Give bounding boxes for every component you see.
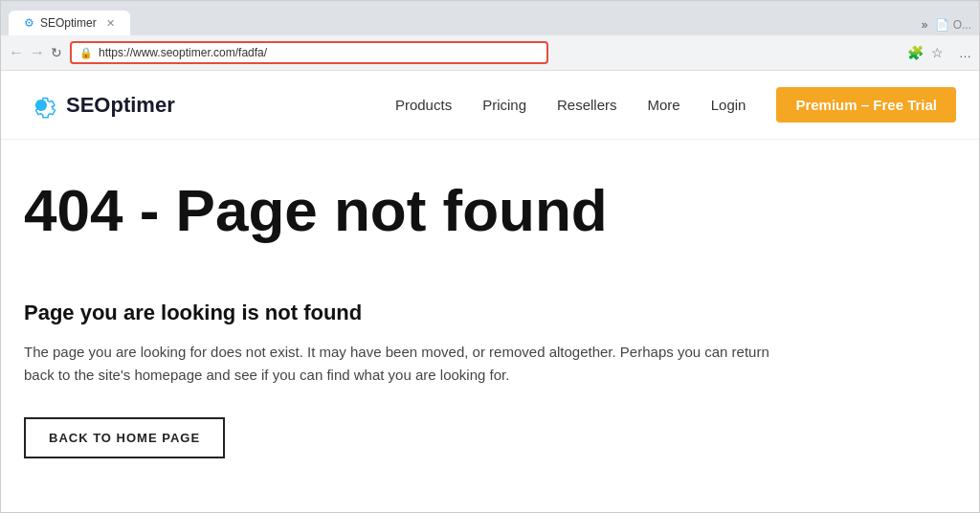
tab-close[interactable]: ✕ [106,17,115,30]
login-button[interactable]: Login [696,89,762,121]
forward-button[interactable]: → [30,44,45,61]
browser-tab-bar: ⚙ SEOptimer ✕ » 📄 O... [1,1,979,35]
not-found-description: The page you are looking for does not ex… [24,341,770,387]
error-page-content: 404 - Page not found Page you are lookin… [1,140,939,497]
url-text: https://www.seoptimer.com/fadfa/ [99,46,267,59]
back-to-home-button[interactable]: BACK TO HOME PAGE [24,417,225,458]
nav-link-resellers[interactable]: Resellers [542,89,633,121]
bookmark-star-icon[interactable]: ☆ [931,45,944,60]
not-found-subheading: Page you are looking is not found [24,301,916,325]
back-button[interactable]: ← [9,44,24,61]
nav-item-resellers[interactable]: Resellers [542,89,633,121]
site-navbar: SEOptimer Products Pricing Resellers Mor… [1,71,979,140]
nav-item-more[interactable]: More [633,89,696,121]
nav-item-products[interactable]: Products [380,89,467,121]
site-logo[interactable]: SEOptimer [24,88,175,123]
logo-text: SEOptimer [66,93,175,118]
nav-link-pricing[interactable]: Pricing [467,89,542,121]
nav-link-products[interactable]: Products [380,89,467,121]
nav-links-list: Products Pricing Resellers More Login Pr… [380,87,956,123]
premium-trial-button[interactable]: Premium – Free Trial [776,87,956,123]
browser-address-bar-row: ← → ↻ 🔒 https://www.seoptimer.com/fadfa/… [1,35,979,71]
profile-icon[interactable]: … [959,46,971,60]
tab-extend-icon[interactable]: » [922,18,928,32]
tab-favicon: ⚙ [24,16,34,30]
lock-icon: 🔒 [79,47,93,59]
nav-item-cta[interactable]: Premium – Free Trial [761,87,956,123]
error-heading: 404 - Page not found [24,178,916,243]
extensions-icon[interactable]: 🧩 [907,45,924,60]
url-bar[interactable]: 🔒 https://www.seoptimer.com/fadfa/ [70,41,548,64]
logo-svg [24,88,58,123]
page-content-area: SEOptimer Products Pricing Resellers Mor… [1,71,979,512]
tab-extra1: 📄 O... [935,18,971,32]
nav-item-pricing[interactable]: Pricing [467,89,542,121]
nav-item-login[interactable]: Login [696,89,762,121]
tab-label: SEOptimer [40,16,97,30]
browser-tab[interactable]: ⚙ SEOptimer ✕ [9,11,130,35]
reload-button[interactable]: ↻ [51,45,62,60]
nav-link-more[interactable]: More [633,89,696,121]
